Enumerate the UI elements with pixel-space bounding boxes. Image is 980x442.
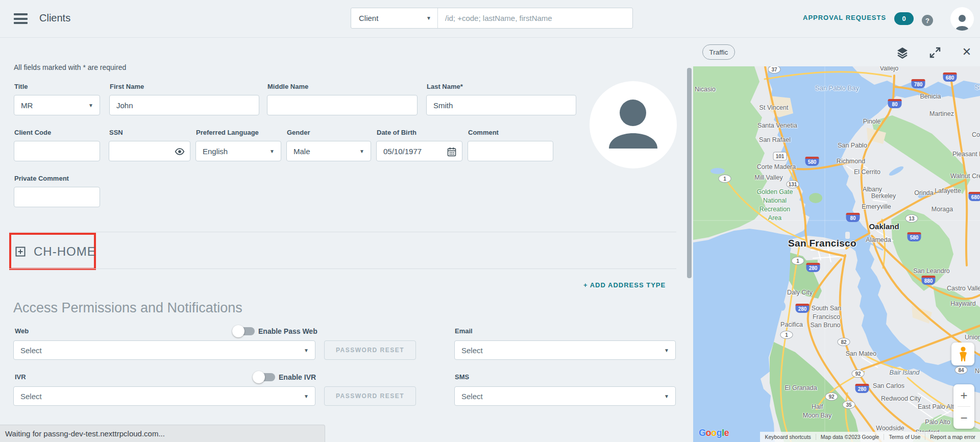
ssn-field-wrap [109,141,190,161]
divider [9,232,676,232]
attribution-link[interactable]: Report a map error [925,434,980,440]
route-shield: 1 [780,331,793,339]
calendar-icon[interactable] [447,146,457,157]
map-label: Woodside [876,424,904,433]
user-avatar[interactable] [950,7,974,31]
map-label: Orinda [914,189,934,198]
dob-field-wrap [376,141,462,161]
gender-value: Male [293,147,310,156]
map-label: Mill Valley [754,174,782,182]
map-label: Richmond [837,157,865,166]
first-name-input[interactable] [110,95,259,115]
eye-icon[interactable] [175,146,185,157]
chevron-down-icon: ▼ [359,149,364,154]
ivr-password-reset-button[interactable]: PASSWORD RESET [324,386,416,406]
map-label: Alameda [866,236,891,244]
map-label: Pleasant Hill [952,150,980,159]
sms-label: SMS [455,373,469,381]
route-shield: 280 [806,263,820,272]
expand-plus-icon[interactable] [15,247,26,257]
gender-select[interactable]: Male ▼ [286,141,371,161]
middle-name-input[interactable] [267,95,417,115]
route-shield: 580 [908,232,921,241]
client-avatar[interactable] [590,81,677,168]
sms-select-value: Select [461,392,483,401]
map-label: Oakland [869,222,899,232]
fullscreen-icon[interactable] [929,46,941,59]
map-label: San Pablo Bay [815,84,859,93]
map-label: Concord [972,131,980,139]
title-select[interactable]: MR ▼ [14,95,100,115]
route-shield: 1 [719,175,731,183]
last-name-input[interactable] [427,95,576,115]
comment-input[interactable] [468,141,553,161]
menu-icon[interactable] [14,13,28,24]
map-label: Nicasio [695,85,716,94]
google-map[interactable]: NicasioSt VincentSanta VenetiaSan Rafael… [693,66,980,442]
preferred-language-select[interactable]: English ▼ [195,141,281,161]
route-shield: 780 [912,79,925,88]
search-category-dropdown[interactable]: Client ▼ [351,8,438,28]
enable-ivr-toggle[interactable] [253,371,275,383]
google-logo[interactable]: Google [699,428,729,438]
add-address-type-link[interactable]: + ADD ADDRESS TYPE [583,281,667,289]
attribution-link[interactable]: Terms of Use [884,434,925,440]
web-select[interactable]: Select ▼ [13,340,315,360]
last-name-field-wrap [426,95,576,115]
map-label: Walnut Creek [950,172,980,181]
form-scrollbar[interactable] [687,68,692,278]
attribution-link[interactable]: Map data ©2023 Google [816,434,884,440]
ivr-select[interactable]: Select ▼ [13,386,315,406]
map-label: Golden Gate National Recreation Area [757,188,793,223]
private-comment-input[interactable] [14,187,100,207]
web-select-value: Select [20,346,42,355]
address-section-highlight[interactable]: CH-HOME [9,233,96,270]
route-shield: 280 [855,384,869,393]
map-label: San Mateo [846,350,876,358]
map-label: Hayward [950,300,975,308]
title-label: Title [14,83,28,90]
chevron-down-icon: ▼ [88,103,93,108]
route-shield: 101 [773,152,787,161]
map-label: East Palo Alto [918,403,958,411]
web-password-reset-button[interactable]: PASSWORD RESET [324,340,416,360]
layers-icon[interactable] [896,46,909,59]
search-input[interactable] [438,8,632,28]
map-label: El Granada [785,384,817,392]
email-label: Email [455,327,473,335]
enable-pass-web-toggle[interactable] [232,325,255,337]
ssn-label: SSN [109,129,123,136]
map-label: Pinole [863,117,881,126]
route-shield: 680 [943,72,957,82]
street-view-pegman[interactable] [951,342,974,365]
approval-count-badge[interactable]: 0 [894,12,914,25]
map-label: Suisun Bay [975,83,980,92]
browser-status-bar: Waiting for passng-dev-test.nexttrpcloud… [0,425,325,442]
person-icon [590,81,677,168]
person-icon [954,13,970,31]
route-shield: 880 [922,276,936,285]
address-section-title[interactable]: CH-HOME [34,244,96,259]
chevron-down-icon: ▼ [304,394,309,399]
traffic-toggle-button[interactable]: Traffic [702,44,735,60]
route-shield: 1 [792,257,804,265]
ivr-label: IVR [15,373,26,381]
route-shield: 13 [905,214,918,223]
map-label: Redwood City [881,395,921,403]
divider [9,268,676,269]
route-shield: 280 [796,304,810,313]
zoom-out-button[interactable]: − [953,407,974,429]
chevron-down-icon: ▼ [664,348,669,353]
client-code-input[interactable] [14,141,100,161]
global-search: Client ▼ [351,8,633,29]
close-map-icon[interactable]: ✕ [961,46,973,59]
approval-requests-link[interactable]: APPROVAL REQUESTS [803,14,886,21]
attribution-link[interactable]: Keyboard shortcuts [760,434,815,440]
email-select[interactable]: Select ▼ [454,340,676,360]
map-label: Corte Madera [757,163,796,171]
map-label: San Bruno [810,321,840,330]
comment-field-wrap [468,141,553,161]
zoom-in-button[interactable]: + [953,384,974,406]
sms-select[interactable]: Select ▼ [454,386,676,406]
help-icon[interactable]: ? [922,15,933,26]
